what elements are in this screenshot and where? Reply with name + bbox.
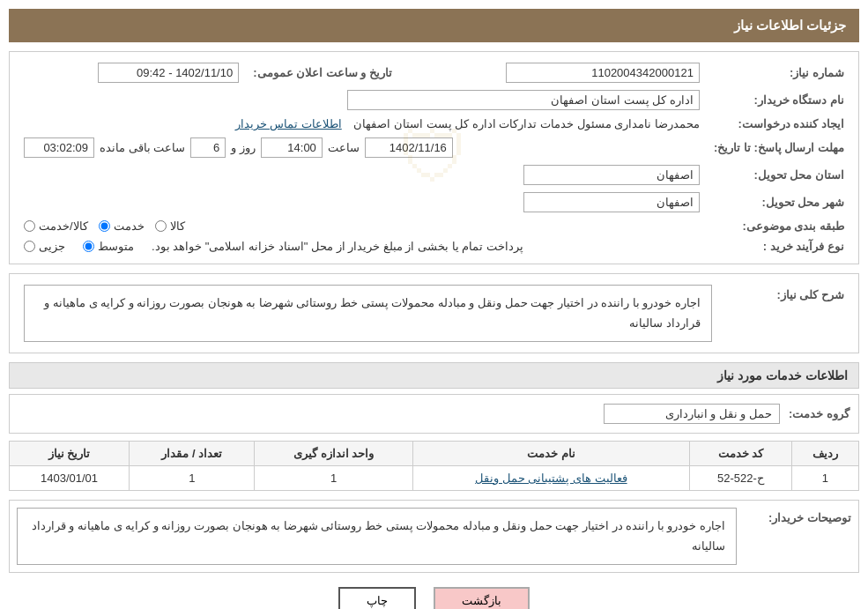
services-table-container: ردیف کد خدمت نام خدمت واحد اندازه گیری ت… (9, 441, 859, 491)
deadline-time-box: 14:00 (261, 137, 323, 158)
proc-jozi-label: جزیی (39, 240, 65, 253)
delivery-city-label: شهر محل تحویل: (707, 189, 851, 216)
need-number-label: شماره نیاز: (707, 59, 851, 86)
deadline-remaining-label: ساعت باقی مانده (100, 141, 185, 154)
table-row: 1ح-522-52فعالیت های پشتیبانی حمل ونقل111… (10, 465, 859, 490)
print-button[interactable]: چاپ (338, 587, 416, 609)
proc-jozi-item: جزیی (24, 240, 65, 253)
buyer-org-label: نام دستگاه خریدار: (707, 86, 851, 114)
deadline-date-box: 1402/11/16 (365, 137, 453, 158)
col-service-code: کد خدمت (689, 441, 791, 465)
services-table: ردیف کد خدمت نام خدمت واحد اندازه گیری ت… (9, 441, 859, 491)
cell-service-code: ح-522-52 (689, 465, 791, 490)
creator-label: ایجاد کننده درخواست: (707, 114, 851, 134)
group-service-value: حمل و نقل و انبارداری (604, 404, 780, 424)
buyer-notes-content: اجاره خودرو با راننده در اختیار جهت حمل … (17, 508, 737, 565)
buyer-notes-label: توصیحات خریدار: (746, 508, 851, 524)
proc-mutawaset-radio[interactable] (83, 241, 94, 252)
deadline-days-label: روز و (231, 141, 256, 154)
deadline-time-label: ساعت (328, 141, 360, 154)
col-date: تاریخ نیاز (10, 441, 130, 465)
delivery-province-value: اصفهان (17, 161, 707, 189)
need-number-value: 1102004342000121 (399, 59, 707, 86)
delivery-province-label: استان محل تحویل: (707, 161, 851, 189)
category-kala-khadamat-label: کالا/خدمت (39, 219, 88, 233)
deadline-label: مهلت ارسال پاسخ: تا تاریخ: (707, 134, 851, 161)
category-khadamat-item: خدمت (99, 219, 145, 233)
need-number-box: 1102004342000121 (506, 63, 700, 83)
buyer-notes-row: توصیحات خریدار: اجاره خودرو با راننده در… (17, 508, 851, 565)
description-section: شرح کلی نیاز: اجاره خودرو با راننده در ا… (9, 273, 859, 353)
back-button[interactable]: بازگشت (434, 587, 530, 609)
delivery-province-box: اصفهان (523, 165, 700, 185)
category-khadamat-radio[interactable] (99, 220, 110, 232)
proc-jozi-radio[interactable] (24, 241, 35, 252)
description-box: اجاره خودرو با راننده در اختیار جهت حمل … (24, 285, 712, 342)
buyer-org-value: اداره کل پست استان اصفهان (17, 86, 707, 114)
description-label: شرح کلی نیاز: (719, 281, 851, 345)
main-section: شماره نیاز: 1102004342000121 تاریخ و ساع… (9, 51, 859, 264)
col-service-name: نام خدمت (412, 441, 689, 465)
proc-type-row: پرداخت تمام یا بخشی از مبلغ خریدار از مح… (17, 236, 707, 256)
proc-type-label: نوع فرآیند خرید : (707, 236, 851, 256)
category-row: کالا خدمت کالا/خدمت (17, 216, 707, 236)
page-title: جزئیات اطلاعات نیاز (9, 9, 859, 42)
group-service-row: گروه خدمت: حمل و نقل و انبارداری (19, 400, 849, 427)
category-label: طبقه بندی موضوعی: (707, 216, 851, 236)
deadline-row: 1402/11/16 ساعت 14:00 روز و 6 ساعت باقی … (17, 134, 707, 161)
date-value: 1402/11/10 - 09:42 (17, 59, 246, 86)
cell-date: 1403/01/01 (10, 465, 130, 490)
creator-row: محمدرضا نامداری مسئول خدمات تدارکات ادار… (17, 114, 707, 134)
category-kala-item: کالا (155, 219, 185, 233)
description-table: شرح کلی نیاز: اجاره خودرو با راننده در ا… (17, 281, 851, 345)
services-section-title: اطلاعات خدمات مورد نیاز (9, 362, 859, 389)
cell-service-name[interactable]: فعالیت های پشتیبانی حمل ونقل (412, 465, 689, 490)
info-table: شماره نیاز: 1102004342000121 تاریخ و ساع… (17, 59, 851, 256)
category-khadamat-label: خدمت (114, 219, 145, 233)
date-box: 1402/11/10 - 09:42 (98, 63, 239, 83)
creator-value: محمدرضا نامداری مسئول خدمات تدارکات ادار… (353, 117, 700, 130)
buyer-org-box: اداره کل پست استان اصفهان (347, 90, 700, 110)
cell-row-num: 1 (791, 465, 858, 490)
group-service-label: گروه خدمت: (789, 407, 849, 420)
proc-note: پرداخت تمام یا بخشی از مبلغ خریدار از مح… (152, 240, 523, 253)
service-group-section: گروه خدمت: حمل و نقل و انبارداری (9, 394, 859, 434)
category-kala-radio[interactable] (155, 220, 167, 232)
buttons-row: بازگشت چاپ (9, 587, 859, 609)
cell-unit: 1 (255, 465, 412, 490)
proc-mutawaset-label: متوسط (98, 240, 134, 253)
buyer-notes-section: توصیحات خریدار: اجاره خودرو با راننده در… (9, 500, 859, 573)
category-kala-khadamat-item: کالا/خدمت (24, 219, 88, 233)
deadline-days-box: 6 (190, 137, 226, 158)
deadline-remaining-box: 03:02:09 (24, 137, 94, 158)
cell-quantity: 1 (130, 465, 255, 490)
delivery-city-box: اصفهان (523, 192, 700, 212)
delivery-city-value: اصفهان (17, 189, 707, 216)
page-container: جزئیات اطلاعات نیاز شماره نیاز: 11020043… (0, 0, 868, 609)
category-kala-label: کالا (170, 219, 185, 233)
col-row-num: ردیف (791, 441, 858, 465)
category-kala-khadamat-radio[interactable] (24, 220, 35, 232)
date-label: تاریخ و ساعت اعلان عمومی: (246, 59, 399, 86)
contact-link[interactable]: اطلاعات تماس خریدار (235, 117, 342, 130)
description-content: اجاره خودرو با راننده در اختیار جهت حمل … (17, 281, 719, 345)
col-unit: واحد اندازه گیری (255, 441, 412, 465)
proc-mutawaset-item: متوسط (83, 240, 134, 253)
col-quantity: تعداد / مقدار (130, 441, 255, 465)
